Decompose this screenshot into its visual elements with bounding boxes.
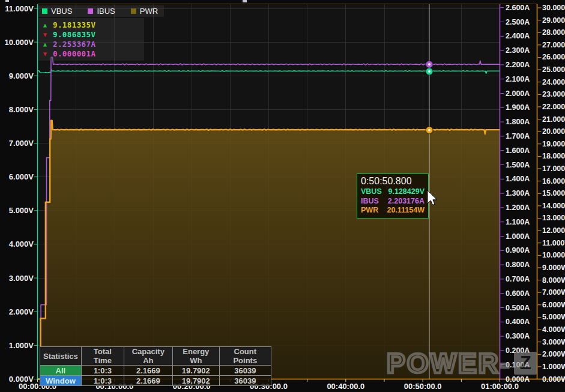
current-axis-label: 2.000A [506, 89, 538, 98]
voltage-axis-label: 3.000V [0, 274, 34, 283]
current-axis-label: 2.400A [506, 32, 538, 40]
power-axis-label: 1.000W [542, 363, 565, 371]
legend-label: VBUS [51, 7, 72, 16]
current-axis-label: 1.100A [506, 218, 538, 226]
power-axis-label: 27.000W [542, 41, 565, 49]
all-capacity: 2.1669 [124, 366, 172, 376]
voltage-axis-label: 2.000V [0, 307, 34, 316]
power-axis-label: 20.000W [542, 127, 565, 136]
watermark-z-badge: Z [514, 352, 537, 375]
row-window-toggle[interactable]: Window [40, 376, 82, 386]
voltage-axis-label: 1.000V [0, 341, 34, 350]
all-energy: 19.7902 [172, 366, 219, 376]
voltage-axis-label: 5.000V [0, 206, 34, 215]
legend-item-ibus[interactable]: IBUS [88, 7, 115, 16]
tooltip-value: 2.203176A [388, 197, 425, 207]
tooltip-label: PWR [361, 206, 378, 216]
ibus-max-row: ▲ 2.253367A [43, 39, 144, 49]
col-capacity: Capacity Ah [124, 347, 172, 366]
up-arrow-icon: ▲ [43, 41, 53, 47]
power-axis-label: 12.000W [542, 226, 565, 235]
power-axis-label: 30.000W [542, 4, 565, 12]
voltage-axis-label: 9.000V [0, 71, 34, 80]
power-axis-label: 15.000W [542, 189, 565, 198]
power-axis-label: 4.000W [542, 325, 565, 334]
tooltip-value: 20.11154W [387, 206, 425, 216]
voltage-axis-label: 8.000V [0, 105, 34, 114]
current-axis-label: 2.500A [506, 18, 538, 26]
window-capacity: 2.1669 [124, 376, 172, 386]
voltage-axis-label: 4.000V [0, 240, 34, 249]
col-statistics: Statistics [40, 347, 82, 366]
row-all-toggle[interactable]: All [40, 366, 82, 376]
power-axis-label: 14.000W [542, 202, 565, 210]
vbus-min-value: 9.086835V [53, 30, 95, 39]
current-axis-label: 0.400A [506, 318, 538, 326]
window-energy: 19.7902 [172, 376, 219, 386]
tooltip-pwr-row: PWR 20.11154W [361, 206, 425, 216]
tooltip-label: VBUS [361, 187, 382, 197]
vbus-max-value: 9.181335V [53, 20, 95, 29]
current-axis-label: 0.700A [506, 275, 538, 283]
down-arrow-icon: ▼ [43, 50, 53, 57]
down-arrow-icon: ▼ [43, 31, 53, 38]
col-total-time: Total Time [81, 347, 124, 366]
legend-item-vbus[interactable]: VBUS [42, 7, 72, 16]
tooltip-value: 9.128429V [388, 187, 425, 197]
ibus-swatch-icon [88, 8, 93, 14]
power-axis-label: 16.000W [542, 177, 565, 185]
power-axis-label: 19.000W [542, 140, 565, 148]
current-axis-label: 0.900A [506, 246, 538, 255]
power-axis-label: 28.000W [542, 28, 565, 37]
window-total-time: 1:0:3 [81, 376, 124, 386]
vbus-max-row: ▲ 9.181335V [43, 20, 144, 29]
current-axis-label: 1.200A [506, 204, 538, 212]
ibus-min-row: ▼ 0.000001A [43, 49, 144, 58]
legend-item-pwr[interactable]: PWR [131, 7, 158, 16]
current-axis-label: 2.200A [506, 61, 538, 69]
table-row-all: All 1:0:3 2.1669 19.7902 36039 [40, 366, 271, 376]
peak-stats-overlay: ▲ 9.181335V ▼ 9.086835V ▲ 2.253367A ▼ 0.… [38, 18, 144, 61]
power-z-chart-window: 11.000V10.000V9.000V8.000V7.000V6.000V5.… [0, 0, 565, 392]
power-axis-label: 5.000W [542, 313, 565, 321]
legend: VBUS IBUS PWR [38, 5, 164, 17]
all-total-time: 1:0:3 [81, 366, 124, 376]
current-axis-label: 1.700A [506, 132, 538, 140]
table-header-row: Statistics Total Time Capacity Ah Energy… [40, 347, 271, 366]
power-axis-label: 9.000W [542, 264, 565, 272]
pwr-cursor-marker-center [428, 129, 431, 131]
current-axis-label: 1.600A [506, 146, 538, 155]
watermark-text: POWER- [387, 350, 511, 376]
voltage-axis-label: 11.000V [0, 4, 34, 13]
ibus-max-value: 2.253367A [53, 40, 95, 49]
pwr-area-fill [38, 121, 500, 379]
tooltip-label: IBUS [361, 197, 379, 207]
legend-label: PWR [140, 7, 158, 16]
power-axis-label: 26.000W [542, 53, 565, 61]
tooltip-time: 0:50:50.800 [361, 175, 425, 187]
power-axis-label: 13.000W [542, 214, 565, 222]
power-axis-label: 21.000W [542, 115, 565, 124]
power-axis-label: 3.000W [542, 338, 565, 346]
legend-label: IBUS [97, 7, 115, 16]
power-axis-label: 17.000W [542, 164, 565, 173]
current-axis-label: 0.600A [506, 289, 538, 298]
up-arrow-icon: ▲ [43, 22, 53, 28]
current-axis-label: 0.300A [506, 332, 538, 340]
vbus-min-row: ▼ 9.086835V [43, 29, 144, 39]
power-axis-label: 10.000W [542, 251, 565, 259]
vbus-swatch-icon [42, 8, 47, 14]
ibus-min-value: 0.000001A [53, 49, 95, 58]
col-count: Count Points [219, 347, 271, 366]
clipped-title-fragment [5, 0, 9, 2]
current-axis-label: 1.300A [506, 189, 538, 198]
tooltip-ibus-row: IBUS 2.203176A [361, 197, 425, 207]
pwr-swatch-icon [131, 8, 136, 14]
current-axis-label: 2.300A [506, 46, 538, 55]
ibus-cursor-marker-center [428, 63, 431, 65]
mouse-cursor [427, 190, 440, 208]
col-energy: Energy Wh [172, 347, 219, 366]
current-axis-label: 0.500A [506, 304, 538, 312]
current-axis-label: 0.800A [506, 261, 538, 269]
cursor-tooltip: 0:50:50.800 VBUS 9.128429V IBUS 2.203176… [357, 173, 429, 219]
